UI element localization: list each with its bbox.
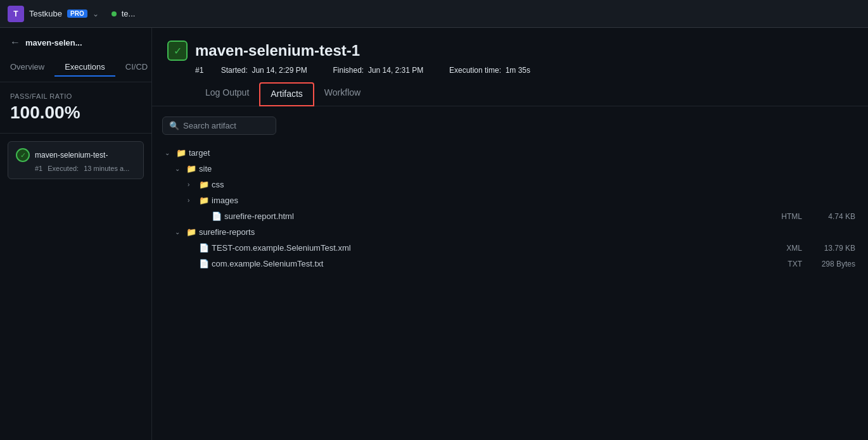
chevron-right-icon: › [188,197,196,204]
sidebar: ← maven-selen... Overview Executions CI/… [0,28,152,440]
file-test-txt-name: com.example.SeleniumTest.txt [212,259,768,268]
stat-label: PASS/FAIL RATIO [10,92,141,100]
folder-site-name: site [199,164,855,173]
sidebar-back-button[interactable]: ← maven-selen... [0,28,151,53]
tree-folder-target[interactable]: ⌄ 📁 target [162,145,858,161]
tree-file-surefire-report[interactable]: 📄 surefire-report.html HTML 4.74 KB [162,208,858,224]
topbar-pipeline-name: te... [122,9,136,18]
sidebar-item-executions[interactable]: Executions [54,58,115,77]
org-name: Testkube [29,9,62,18]
run-list-item[interactable]: ✓ maven-selenium-test- #1 Executed: 13 m… [8,141,144,179]
folder-icon: 📁 [176,148,186,158]
tree-file-test-txt[interactable]: 📄 com.example.SeleniumTest.txt TXT 298 B… [162,256,858,272]
tab-artifacts[interactable]: Artifacts [259,82,314,106]
sidebar-nav: Overview Executions CI/CD [0,53,151,82]
search-input-wrapper[interactable]: 🔍 [162,116,276,135]
run-time-ago: 13 minutes a... [84,165,129,172]
started-value: Jun 14, 2:29 PM [252,66,307,75]
chevron-down-icon: ⌄ [175,229,184,236]
tree-folder-css[interactable]: › 📁 css [162,177,858,192]
file-type-xml: XML [770,244,802,253]
tree-folder-site[interactable]: ⌄ 📁 site [162,161,858,177]
file-type-txt: TXT [770,260,802,268]
pipeline-header: ✓ maven-selenium-test-1 #1 Started: Jun … [152,28,868,106]
artifacts-panel: 🔍 ⌄ 📁 target ⌄ 📁 site [152,106,868,440]
chevron-right-icon: › [188,181,196,188]
chevron-down-icon[interactable]: ⌄ [93,9,99,18]
run-number-label: #1 [195,66,203,75]
run-number: #1 [35,165,42,172]
file-icon: 📄 [212,211,222,221]
execution-time-value: 1m 35s [506,66,530,75]
tree-folder-surefire-reports[interactable]: ⌄ 📁 surefire-reports [162,224,858,240]
search-bar: 🔍 [162,116,858,135]
file-icon: 📄 [199,259,209,268]
run-item-meta: #1 Executed: 13 minutes a... [16,165,136,172]
tab-workflow[interactable]: Workflow [314,82,371,106]
finished-label: Finished: [333,66,364,75]
pro-badge: PRO [67,9,87,18]
tree-folder-images[interactable]: › 📁 images [162,192,858,208]
started-label: Started: [221,66,248,75]
file-surefire-report-name: surefire-report.html [224,211,768,221]
folder-icon: 📁 [186,227,196,237]
content-area: ✓ maven-selenium-test-1 #1 Started: Jun … [152,28,868,440]
file-tree: ⌄ 📁 target ⌄ 📁 site › 📁 css [162,145,858,272]
execution-time-label: Execution time: [449,66,501,75]
sidebar-item-overview[interactable]: Overview [0,58,54,77]
sidebar-item-cicd[interactable]: CI/CD [115,58,152,77]
folder-surefire-reports-name: surefire-reports [199,227,855,237]
file-size-html: 4.74 KB [805,212,855,221]
tab-log-output[interactable]: Log Output [195,82,259,106]
main-layout: ← maven-selen... Overview Executions CI/… [0,28,868,440]
sidebar-project-title: maven-selen... [25,38,82,47]
file-size-txt: 298 Bytes [805,260,855,268]
file-type-html: HTML [770,212,802,221]
run-executed-label: Executed: [48,165,79,172]
run-status-icon: ✓ [16,148,30,162]
back-arrow-icon: ← [10,37,20,48]
file-test-xml-name: TEST-com.example.SeleniumTest.xml [212,243,768,253]
folder-icon: 📁 [199,196,209,205]
run-item-name: maven-selenium-test- [35,151,108,160]
chevron-down-icon: ⌄ [165,149,174,156]
pipeline-meta: #1 Started: Jun 14, 2:29 PM Finished: Ju… [167,66,853,75]
folder-css-name: css [212,180,855,189]
topbar: T Testkube PRO ⌄ te... [0,0,868,28]
pipeline-status-icon: ✓ [167,41,188,61]
search-input[interactable] [183,121,269,130]
org-avatar: T [8,6,24,22]
search-icon: 🔍 [169,121,179,130]
file-size-xml: 13.79 KB [805,244,855,253]
tabs: Log Output Artifacts Workflow [167,82,853,106]
folder-icon: 📁 [186,164,196,173]
status-dot [112,11,117,16]
tree-file-test-xml[interactable]: 📄 TEST-com.example.SeleniumTest.xml XML … [162,240,858,256]
folder-icon: 📁 [199,180,209,189]
folder-target-name: target [189,148,855,158]
pipeline-name: maven-selenium-test-1 [195,42,360,60]
stat-value: 100.00% [10,103,141,123]
folder-images-name: images [212,196,855,205]
file-icon: 📄 [199,243,209,253]
finished-value: Jun 14, 2:31 PM [368,66,423,75]
pass-fail-ratio-section: PASS/FAIL RATIO 100.00% [0,82,151,134]
chevron-down-icon: ⌄ [175,165,184,172]
